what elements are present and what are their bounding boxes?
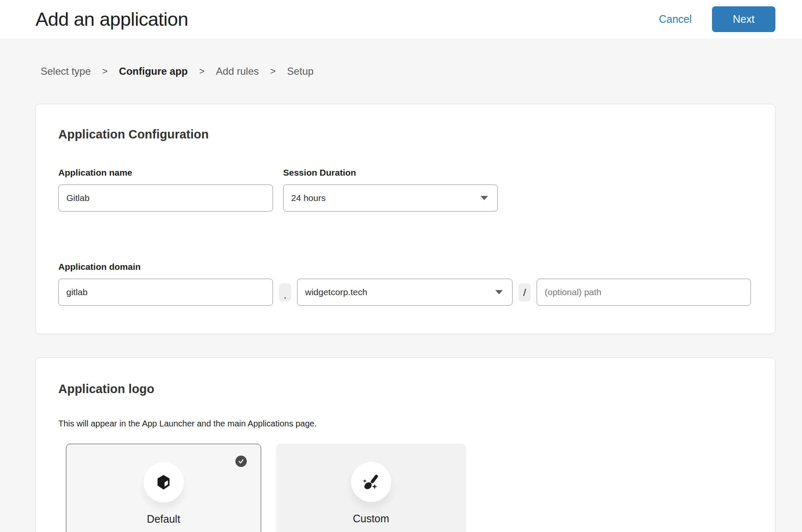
default-tile-label: Default: [147, 513, 180, 525]
application-name-label: Application name: [58, 167, 273, 178]
breadcrumb-separator: >: [199, 66, 205, 77]
dot-separator: .: [279, 283, 291, 301]
application-logo-heading: Application logo: [58, 382, 753, 396]
slash-separator: /: [518, 283, 531, 301]
slash-separator-text: /: [523, 287, 526, 299]
session-duration-select[interactable]: 24 hours: [283, 185, 498, 212]
logo-option-default[interactable]: Default: [66, 444, 261, 532]
page-title: Add an application: [35, 8, 188, 30]
breadcrumb-step-add-rules[interactable]: Add rules: [216, 65, 259, 77]
application-logo-description: This will appear in the App Launcher and…: [58, 418, 753, 429]
breadcrumb-step-configure-app[interactable]: Configure app: [119, 65, 188, 77]
application-configuration-heading: Application Configuration: [58, 127, 753, 142]
application-domain-label: Application domain: [58, 261, 753, 272]
breadcrumb-step-setup[interactable]: Setup: [287, 65, 314, 77]
chevron-down-icon: [495, 290, 503, 294]
dot-separator-text: .: [284, 289, 286, 301]
chevron-down-icon: [480, 196, 488, 200]
cancel-button[interactable]: Cancel: [659, 13, 692, 25]
domain-select[interactable]: widgetcorp.tech: [297, 279, 513, 306]
custom-tile-label: Custom: [353, 513, 389, 525]
application-name-field-group: Application name: [58, 167, 273, 212]
cube-icon: [154, 473, 173, 492]
selected-check-badge: [235, 456, 247, 467]
check-icon: [238, 458, 244, 464]
logo-option-custom[interactable]: Custom: [276, 444, 466, 532]
application-name-input[interactable]: [58, 185, 273, 212]
application-configuration-card: Application Configuration Application na…: [35, 104, 775, 334]
page-header: Add an application Cancel Next: [0, 0, 802, 38]
name-session-row: Application name Session Duration 24 hou…: [58, 167, 753, 212]
breadcrumb-separator: >: [270, 66, 276, 77]
logo-option-tiles: Default Custom: [66, 444, 753, 532]
domain-select-value: widgetcorp.tech: [305, 287, 495, 297]
session-duration-field-group: Session Duration 24 hours: [283, 167, 498, 212]
breadcrumb-step-select-type[interactable]: Select type: [41, 65, 91, 77]
application-domain-row: . widgetcorp.tech /: [58, 279, 753, 306]
subdomain-input[interactable]: [58, 279, 273, 306]
breadcrumb-separator: >: [102, 66, 108, 77]
breadcrumb: Select type > Configure app > Add rules …: [41, 65, 802, 77]
paintbrush-icon: [361, 472, 381, 492]
path-input[interactable]: [537, 279, 751, 306]
application-domain-section: Application domain . widgetcorp.tech /: [58, 261, 753, 306]
session-duration-label: Session Duration: [283, 167, 498, 178]
application-logo-card: Application logo This will appear in the…: [35, 358, 775, 532]
custom-logo-circle: [351, 462, 391, 502]
next-button[interactable]: Next: [712, 6, 775, 32]
session-duration-value: 24 hours: [291, 193, 480, 203]
default-logo-circle: [144, 462, 184, 502]
